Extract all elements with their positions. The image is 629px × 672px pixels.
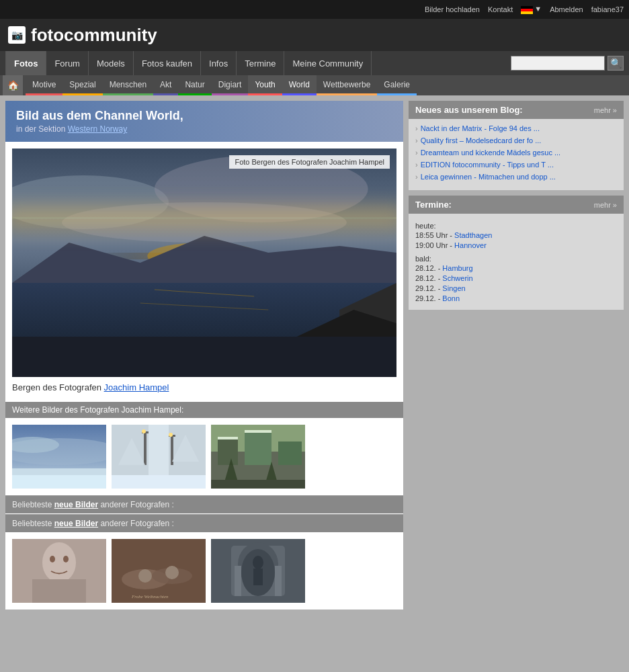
photo-credit: Bergen des Fotografen Joachim Hampel bbox=[12, 377, 396, 395]
svg-rect-34 bbox=[278, 442, 302, 465]
svg-marker-13 bbox=[12, 337, 97, 377]
nav-search-input[interactable] bbox=[511, 56, 605, 71]
blog-box-header: Neues aus unserem Blog: mehr » bbox=[409, 101, 624, 119]
logo-icon: 📷 bbox=[8, 26, 26, 44]
nav-termine[interactable]: Termine bbox=[237, 51, 284, 75]
blog-item-3: › Dreamteam und kickende Mädels gesuc ..… bbox=[415, 149, 617, 157]
termine-box-content: heute: 18:55 Uhr - Stadthagen 19:00 Uhr … bbox=[409, 214, 624, 310]
beliebteste-prefix-1: Beliebteste bbox=[12, 500, 52, 509]
photographer-link[interactable]: Joachim Hampel bbox=[104, 382, 169, 392]
subnav-world[interactable]: World bbox=[282, 75, 317, 95]
svg-rect-56 bbox=[235, 566, 241, 596]
blog-arrow-1: › bbox=[415, 124, 418, 132]
bald-label: bald: bbox=[415, 255, 617, 263]
upload-link[interactable]: Bilder hochladen bbox=[425, 5, 480, 13]
bald-item-4: 29.12. - Bonn bbox=[415, 294, 617, 302]
logo-bar: 📷 fotocommunity bbox=[0, 19, 629, 51]
svg-point-41 bbox=[42, 542, 76, 583]
subnav-youth[interactable]: Youth bbox=[248, 75, 282, 95]
svg-rect-21 bbox=[144, 431, 146, 465]
nav-forum[interactable]: Forum bbox=[46, 51, 89, 75]
thumbnail-2[interactable] bbox=[112, 425, 206, 489]
subnav-wettbewerbe[interactable]: Wettbewerbe bbox=[317, 75, 377, 95]
bottom-thumbnail-2[interactable]: Frohe Weihnachten bbox=[112, 539, 206, 603]
svg-rect-12 bbox=[12, 343, 396, 377]
channel-subtitle: in der Sektion Western Norway bbox=[16, 124, 392, 134]
logo-community: community bbox=[64, 25, 157, 45]
svg-point-23 bbox=[142, 429, 146, 433]
svg-rect-59 bbox=[253, 569, 263, 585]
nav-search-button[interactable]: 🔍 bbox=[607, 56, 624, 71]
beliebteste-prefix-2: Beliebteste bbox=[12, 519, 52, 528]
blog-link-1[interactable]: Nackt in der Matrix - Folge 94 des ... bbox=[421, 124, 540, 132]
username-link[interactable]: fabiane37 bbox=[591, 5, 624, 13]
thumbnails-row bbox=[5, 418, 403, 495]
beliebteste-suffix-2: anderer Fotografen : bbox=[100, 519, 173, 528]
subnav-menschen[interactable]: Menschen bbox=[103, 75, 153, 95]
subnav-motive[interactable]: Motive bbox=[26, 75, 62, 95]
singen-link[interactable]: Singen bbox=[442, 284, 465, 292]
hamburg-link[interactable]: Hamburg bbox=[442, 264, 472, 272]
bottom-thumbnail-3[interactable] bbox=[211, 539, 305, 603]
nav-fotos[interactable]: Fotos bbox=[5, 51, 46, 75]
contact-link[interactable]: Kontakt bbox=[488, 5, 513, 13]
blog-arrow-3: › bbox=[415, 149, 418, 157]
subnav-galerie[interactable]: Galerie bbox=[377, 75, 417, 95]
home-button[interactable]: 🏠 bbox=[3, 75, 23, 95]
blog-mehr-link[interactable]: mehr » bbox=[594, 106, 617, 114]
svg-rect-36 bbox=[245, 430, 271, 433]
photo-frame: Foto Bergen des Fotografen Joachim Hampe… bbox=[12, 149, 396, 377]
blog-item-5: › Leica gewinnen - Mitmachen und dopp ..… bbox=[415, 173, 617, 181]
svg-rect-32 bbox=[218, 438, 238, 465]
channel-header: Bild aus dem Channel World, in der Sekti… bbox=[5, 101, 403, 142]
content-wrapper: Bild aus dem Channel World, in der Sekti… bbox=[0, 95, 629, 615]
thumbnail-3[interactable] bbox=[211, 425, 305, 489]
bottom-thumbnail-1[interactable] bbox=[12, 539, 106, 603]
subnav-natur[interactable]: Natur bbox=[178, 75, 211, 95]
termine-mehr-link[interactable]: mehr » bbox=[594, 201, 617, 209]
bald-item-2: 28.12. - Schwerin bbox=[415, 274, 617, 282]
logout-link[interactable]: Abmelden bbox=[550, 5, 583, 13]
beliebteste-row-1: Beliebteste neue Bilder anderer Fotograf… bbox=[5, 495, 403, 513]
nav-fotos-kaufen[interactable]: Fotos kaufen bbox=[134, 51, 201, 75]
blog-link-5[interactable]: Leica gewinnen - Mitmachen und dopp ... bbox=[421, 173, 556, 181]
svg-rect-33 bbox=[245, 431, 271, 465]
blog-link-4[interactable]: EDITION fotocommunity - Tipps und T ... bbox=[421, 161, 554, 169]
subtitle-link[interactable]: Western Norway bbox=[68, 124, 127, 134]
termine-title: Termine: bbox=[415, 200, 452, 210]
subnav-digiart[interactable]: Digiart bbox=[212, 75, 249, 95]
blog-arrow-2: › bbox=[415, 136, 418, 144]
blog-title: Neues aus unserem Blog: bbox=[415, 105, 523, 115]
schwerin-link[interactable]: Schwerin bbox=[442, 274, 472, 282]
neue-bilder-link-1[interactable]: neue Bilder bbox=[54, 500, 98, 509]
blog-box: Neues aus unserem Blog: mehr » › Nackt i… bbox=[409, 101, 624, 190]
blog-link-3[interactable]: Dreamteam und kickende Mädels gesuc ... bbox=[421, 149, 561, 157]
subnav-spezial[interactable]: Spezial bbox=[62, 75, 102, 95]
nav-models[interactable]: Models bbox=[89, 51, 134, 75]
thumbnail-1[interactable] bbox=[12, 425, 106, 489]
blog-item-2: › Quality first – Modelsedcard der fo ..… bbox=[415, 136, 617, 144]
blog-arrow-5: › bbox=[415, 173, 418, 181]
svg-rect-35 bbox=[218, 437, 238, 439]
nav-infos[interactable]: Infos bbox=[201, 51, 237, 75]
bottom-thumbs-row: Frohe Weihnachten bbox=[5, 532, 403, 610]
svg-rect-39 bbox=[211, 480, 305, 489]
logo-text: fotocommunity bbox=[31, 25, 157, 46]
blog-link-2[interactable]: Quality first – Modelsedcard der fo ... bbox=[421, 136, 542, 144]
blog-box-content: › Nackt in der Matrix - Folge 94 des ...… bbox=[409, 119, 624, 190]
hannover-link[interactable]: Hannover bbox=[454, 241, 487, 249]
subnav-akt[interactable]: Akt bbox=[153, 75, 178, 95]
bonn-link[interactable]: Bonn bbox=[442, 294, 460, 302]
main-photo[interactable] bbox=[12, 149, 396, 377]
blog-item-1: › Nackt in der Matrix - Folge 94 des ... bbox=[415, 124, 617, 132]
termine-box: Termine: mehr » heute: 18:55 Uhr - Stadt… bbox=[409, 196, 624, 310]
svg-point-26 bbox=[169, 433, 173, 437]
stadthagen-link[interactable]: Stadthagen bbox=[454, 231, 492, 239]
neue-bilder-link-2[interactable]: neue Bilder bbox=[54, 519, 98, 528]
main-nav: Fotos Forum Models Fotos kaufen Infos Te… bbox=[0, 51, 629, 75]
more-photos-header: Weitere Bilder des Fotografen Joachim Ha… bbox=[5, 402, 403, 418]
nav-meine-community[interactable]: Meine Community bbox=[284, 51, 372, 75]
channel-title: Bild aus dem Channel World, bbox=[16, 109, 392, 123]
sidebar: Neues aus unserem Blog: mehr » › Nackt i… bbox=[409, 101, 624, 610]
svg-point-58 bbox=[253, 556, 263, 569]
